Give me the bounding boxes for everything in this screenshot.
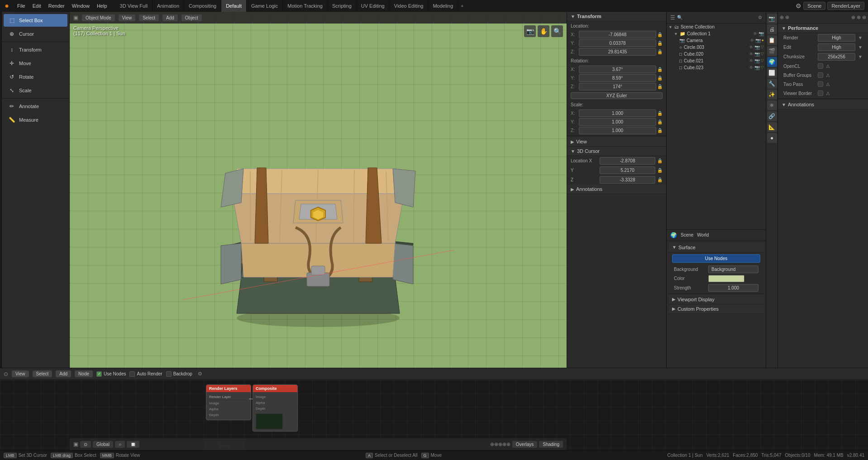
outliner-cube021[interactable]: □ Cube.021 👁 📷 ▽ (677, 57, 766, 64)
material-props-icon[interactable]: ● (767, 133, 777, 143)
constraints-props-icon[interactable]: 🔗 (767, 111, 777, 121)
tool-transform[interactable]: ↕ Transform (4, 43, 67, 56)
view-menu-btn[interactable]: View (119, 14, 136, 21)
loc-z-lock[interactable]: 🔒 (657, 49, 663, 54)
physics-props-icon[interactable]: ⚛ (767, 100, 777, 110)
cube021-visibility[interactable]: 👁 (749, 58, 754, 63)
cursor-z-input[interactable]: -3.3328 (600, 176, 655, 184)
custom-props-header[interactable]: ▶ Custom Properties (668, 304, 764, 314)
cursor-y-lock[interactable]: 🔒 (657, 168, 663, 173)
tab-scripting[interactable]: Scripting (328, 0, 357, 12)
global-transform-btn[interactable]: Global (93, 441, 113, 448)
tab-video-editing[interactable]: Video Editing (390, 0, 429, 12)
menu-file[interactable]: File (14, 0, 29, 12)
scene-tab[interactable]: Scene (681, 232, 693, 237)
tab-game-logic[interactable]: Game Logic (247, 0, 283, 12)
view-section-header[interactable]: ▶ View (567, 137, 666, 147)
scene-selector[interactable]: Scene (803, 2, 825, 10)
snap-btn[interactable]: 🔲 (127, 441, 139, 448)
collection-1-item[interactable]: ▼ 📁 Collection 1 👁 📷 (672, 30, 766, 37)
two-pass-checkbox[interactable] (818, 81, 823, 87)
render-perf-dropdown[interactable]: High (818, 34, 855, 42)
camera-render[interactable]: 📷 (755, 38, 761, 43)
tool-move[interactable]: ✛ Move (4, 57, 67, 70)
rot-x-lock[interactable]: 🔒 (657, 67, 663, 72)
render-perf-arrow[interactable]: ▼ (858, 35, 863, 40)
annotations-section-header[interactable]: ▶ Annotations (567, 185, 666, 194)
tool-scale[interactable]: ⤡ Scale (4, 84, 67, 97)
tab-motion-tracking[interactable]: Motion Tracking (283, 0, 328, 12)
use-nodes-button[interactable]: Use Nodes (672, 254, 760, 263)
tab-default[interactable]: Default (221, 0, 247, 12)
outliner-circle003[interactable]: ○ Circle.003 👁 📷 ▽ (677, 44, 766, 51)
tool-measure[interactable]: 📏 Measure (4, 114, 67, 126)
auto-render-checkbox[interactable] (129, 371, 135, 377)
two-pass-info[interactable]: ⚠ (826, 82, 830, 87)
scene-collection-item[interactable]: ▼ 🗂 Scene Collection (667, 24, 766, 30)
chunksize-arrow[interactable]: ▼ (858, 54, 863, 59)
tool-rotate[interactable]: ↺ Rotate (4, 71, 67, 83)
outliner-camera[interactable]: 📷 Camera 👁 📷 ● (677, 37, 766, 44)
node-node-btn[interactable]: Node (75, 370, 93, 377)
world-tab[interactable]: World (697, 232, 709, 237)
search-icon[interactable]: 🔍 (677, 15, 756, 20)
global-pivot-btn[interactable]: ⊙ (80, 441, 91, 448)
collection-1-visibility[interactable]: 👁 (753, 31, 758, 36)
scale-z-lock[interactable]: 🔒 (657, 128, 663, 133)
node-select-btn[interactable]: Select (33, 370, 52, 377)
euler-mode-dropdown[interactable]: XYZ Euler (571, 92, 663, 99)
performance-section-header[interactable]: ▼ Performance (778, 24, 868, 33)
tab-compositing[interactable]: Compositing (184, 0, 221, 12)
viewport-display-header[interactable]: ▶ Viewport Display (668, 295, 764, 304)
overlays-btn[interactable]: Overlays (512, 441, 537, 448)
viewer-border-info[interactable]: ⚠ (826, 91, 830, 96)
edit-perf-dropdown[interactable]: High (818, 43, 855, 51)
rotation-z-input[interactable]: 174° (579, 83, 656, 90)
object-menu-btn[interactable]: Object (181, 14, 202, 21)
backdrop-settings-icon[interactable]: ⚙ (198, 371, 202, 377)
viewer-border-checkbox[interactable] (818, 90, 823, 96)
camera-visibility[interactable]: 👁 (750, 38, 754, 43)
select-menu-btn[interactable]: Select (139, 14, 159, 21)
tab-modeling[interactable]: Modeling (428, 0, 458, 12)
cursor-z-lock[interactable]: 🔒 (657, 177, 663, 182)
scale-y-input[interactable]: 1.000 (579, 118, 656, 126)
menu-help[interactable]: Help (93, 0, 111, 12)
tab-3d-view-full[interactable]: 3D View Full (115, 0, 153, 12)
output-props-icon[interactable]: 🖨 (767, 24, 777, 34)
opencl-info[interactable]: ⚠ (826, 64, 830, 69)
buffer-groups-checkbox[interactable] (818, 72, 823, 78)
node-view-btn[interactable]: View (12, 370, 29, 377)
composite-node[interactable]: Composite Image Alpha Depth (253, 384, 298, 432)
menu-edit[interactable]: Edit (29, 0, 45, 12)
render-layer-selector[interactable]: RenderLayer (827, 2, 864, 10)
scale-y-lock[interactable]: 🔒 (657, 119, 663, 124)
buffer-groups-info[interactable]: ⚠ (826, 73, 830, 78)
render-layers-node[interactable]: Render Layers Render Layer Image Alpha D… (206, 384, 251, 420)
add-menu-btn[interactable]: Add (162, 14, 178, 21)
location-z-input[interactable]: 29.81435 (579, 48, 656, 56)
loc-x-lock[interactable]: 🔒 (657, 32, 663, 37)
bottom-annotations-header[interactable]: ▼ Annotations (778, 100, 868, 109)
collection-1-render[interactable]: 📷 (758, 31, 764, 36)
tool-select-box[interactable]: ⬚ Select Box (4, 14, 67, 27)
tool-annotate[interactable]: ✏ Annotate (4, 100, 67, 113)
rot-z-lock[interactable]: 🔒 (657, 84, 663, 89)
cube021-render[interactable]: 📷 (754, 58, 760, 63)
user-prefs-icon[interactable]: ⚙ (796, 2, 801, 9)
scene-props-icon[interactable]: 🎬 (767, 46, 777, 56)
add-workspace-btn[interactable]: + (458, 3, 466, 9)
menu-window[interactable]: Window (68, 0, 93, 12)
object-data-icon[interactable]: 📐 (767, 122, 777, 132)
view-layer-props-icon[interactable]: 📋 (767, 35, 777, 45)
tab-uv-editing[interactable]: UV Editing (357, 0, 390, 12)
menu-render[interactable]: Render (45, 0, 68, 12)
node-add-btn[interactable]: Add (56, 370, 71, 377)
circle003-visibility[interactable]: 👁 (749, 45, 754, 50)
render-props-icon[interactable]: 📷 (767, 14, 777, 24)
cursor-section-header[interactable]: ▼ 3D Cursor (567, 147, 666, 156)
backdrop-checkbox[interactable] (166, 371, 172, 377)
loc-y-lock[interactable]: 🔒 (657, 41, 663, 46)
cube023-render[interactable]: 📷 (754, 65, 760, 70)
cursor-y-input[interactable]: 5.2170 (600, 166, 655, 174)
